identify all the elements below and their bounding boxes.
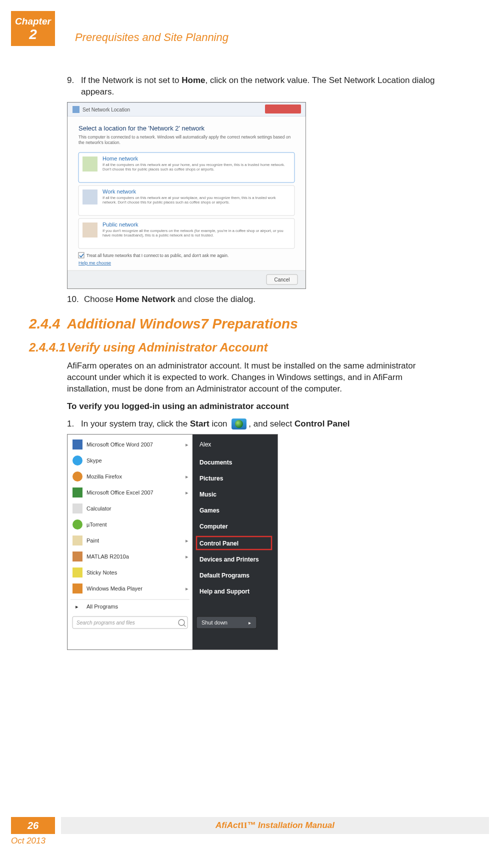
svg-text:Work network: Work network — [102, 188, 136, 194]
svg-text:Select a location for the 'Net: Select a location for the 'Network 2' ne… — [78, 124, 205, 132]
svg-text:Treat all future networks that: Treat all future networks that I connect… — [86, 253, 228, 258]
svg-text:▸: ▸ — [186, 538, 188, 544]
figure-start-menu: Microsoft Office Word 2007▸ Skype Mozill… — [67, 434, 278, 650]
svg-text:Cancel: Cancel — [274, 277, 290, 282]
svg-text:Calculator: Calculator — [86, 506, 112, 512]
step-1: 1. In your system tray, click the Start … — [67, 418, 438, 430]
svg-rect-46 — [72, 584, 82, 594]
svg-point-28 — [72, 472, 82, 482]
page-number: 26 — [11, 817, 55, 834]
svg-text:All Programs: All Programs — [86, 604, 118, 610]
chapter-label: Chapter — [11, 11, 55, 27]
svg-text:Help me choose: Help me choose — [78, 260, 111, 266]
svg-text:Paint: Paint — [86, 538, 99, 544]
svg-text:▸: ▸ — [186, 554, 188, 560]
dialog-svg: Set Network Location Select a location f… — [68, 102, 306, 288]
step-number: 1. — [67, 418, 81, 430]
paragraph-admin: AfiFarm operates on an administrator acc… — [67, 360, 438, 395]
svg-rect-31 — [72, 488, 82, 498]
svg-text:Alex: Alex — [200, 441, 211, 448]
footer-date: Oct 2013 — [11, 836, 46, 846]
svg-text:Games: Games — [200, 507, 220, 514]
svg-text:Microsoft Office Excel 2007: Microsoft Office Excel 2007 — [86, 490, 154, 496]
heading-2441: 2.4.4.1Verify using Administrator Accoun… — [29, 340, 438, 356]
startmenu-svg: Microsoft Office Word 2007▸ Skype Mozill… — [68, 434, 278, 650]
svg-rect-1 — [72, 106, 80, 113]
svg-text:▸: ▸ — [186, 474, 188, 480]
step-10: 10. Choose Home Network and close the di… — [67, 294, 438, 306]
svg-rect-13 — [82, 222, 98, 238]
svg-rect-3 — [265, 104, 301, 114]
svg-text:MATLAB R2010a: MATLAB R2010a — [86, 554, 130, 560]
svg-text:▸: ▸ — [186, 490, 188, 496]
svg-text:Public network: Public network — [102, 222, 138, 228]
footer-title: AfiAct II™ Installation Manual — [61, 817, 489, 834]
svg-text:Windows Media Player: Windows Media Player — [86, 586, 142, 592]
svg-text:▸: ▸ — [186, 586, 188, 592]
svg-text:Computer: Computer — [200, 523, 228, 530]
svg-text:Music: Music — [200, 491, 216, 498]
step-number: 9. — [67, 75, 81, 98]
step-text: If the Network is not set to Home, click… — [81, 75, 438, 98]
step-text: Choose Home Network and close the dialog… — [84, 294, 438, 306]
svg-rect-7 — [82, 156, 98, 172]
svg-rect-10 — [82, 190, 98, 204]
svg-text:▸: ▸ — [76, 604, 78, 610]
svg-rect-34 — [72, 504, 82, 514]
svg-text:Shut down: Shut down — [202, 620, 228, 626]
svg-rect-41 — [72, 552, 82, 562]
svg-rect-23 — [72, 440, 82, 450]
svg-point-26 — [72, 456, 82, 466]
windows-start-icon — [232, 418, 246, 430]
svg-text:Help and Support: Help and Support — [200, 588, 250, 595]
svg-text:Sticky Notes: Sticky Notes — [86, 570, 118, 576]
heading-244: 2.4.4Additional Windows7 Preparations — [29, 314, 438, 334]
step-number: 10. — [67, 294, 84, 306]
svg-point-36 — [72, 520, 82, 530]
bold-instruction: To verify you logged-in using an adminis… — [67, 401, 438, 412]
step-9: 9. If the Network is not set to Home, cl… — [67, 75, 438, 98]
svg-text:▸: ▸ — [186, 442, 188, 448]
svg-rect-44 — [72, 568, 82, 578]
chapter-number: 2 — [11, 27, 55, 42]
svg-text:Microsoft Office Word 2007: Microsoft Office Word 2007 — [86, 442, 153, 448]
svg-text:Skype: Skype — [86, 458, 102, 464]
svg-text:Home network: Home network — [102, 156, 138, 162]
svg-text:µTorrent: µTorrent — [86, 522, 107, 528]
chapter-tab: Chapter 2 — [11, 11, 55, 46]
svg-text:Control Panel: Control Panel — [200, 540, 238, 547]
figure-set-network-location: Set Network Location Select a location f… — [67, 102, 306, 289]
step-text: In your system tray, click the Start ico… — [81, 418, 438, 430]
section-title: Prerequisites and Site Planning — [75, 31, 228, 44]
svg-text:Devices and Printers: Devices and Printers — [200, 556, 259, 563]
svg-text:Search programs and files: Search programs and files — [76, 620, 135, 626]
svg-text:Documents: Documents — [200, 459, 232, 466]
svg-text:Set Network Location: Set Network Location — [82, 107, 130, 112]
svg-text:Mozilla Firefox: Mozilla Firefox — [86, 474, 122, 480]
footer-bar: 26 AfiAct II™ Installation Manual — [11, 817, 489, 834]
svg-rect-38 — [72, 536, 82, 546]
svg-text:▸: ▸ — [248, 620, 251, 626]
svg-text:Pictures: Pictures — [200, 475, 224, 482]
svg-text:Default Programs: Default Programs — [200, 572, 250, 579]
